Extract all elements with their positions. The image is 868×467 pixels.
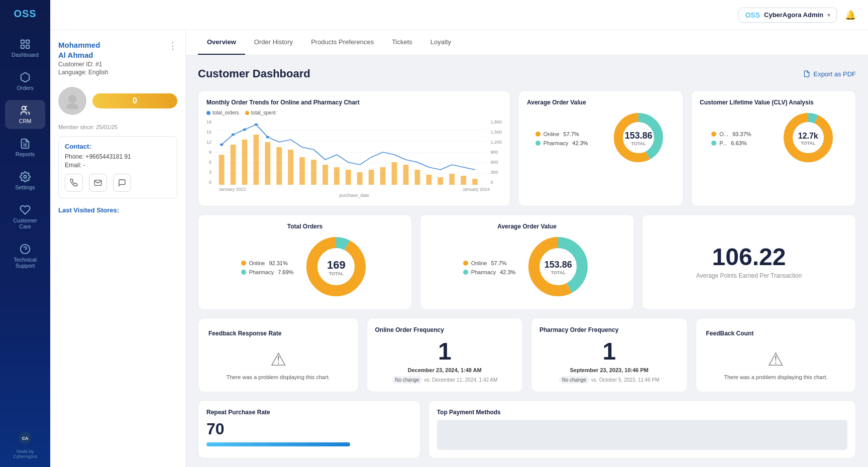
svg-rect-3 <box>26 45 29 48</box>
svg-point-7 <box>24 175 27 178</box>
feedback-count-body: ⚠ There was a problem displaying this ch… <box>724 349 827 380</box>
notification-bell-icon[interactable]: 🔔 <box>845 10 856 21</box>
svg-point-48 <box>266 136 269 139</box>
x-axis-title: purchase_date <box>206 193 502 198</box>
avg-points-card: 106.22 Average Points Earned Per Transac… <box>642 214 856 310</box>
email-action-button[interactable] <box>89 174 107 192</box>
customer-name-line1: Mohammed <box>58 40 108 50</box>
svg-rect-0 <box>21 40 24 43</box>
customer-badge: 0 <box>92 93 177 108</box>
legend-online-top: Online 57.7% <box>535 131 588 137</box>
customer-header: Mohammed Al Ahmad Customer ID: #1 Langua… <box>58 40 177 76</box>
svg-rect-23 <box>242 140 248 185</box>
avg-order-mid-pharmacy: Pharmacy 42.3% <box>463 269 516 275</box>
chat-action-button[interactable] <box>113 174 131 192</box>
feedback-count-card: FeedBack Count ⚠ There was a problem dis… <box>696 318 856 392</box>
more-options-button[interactable]: ⋮ <box>168 40 177 51</box>
feedback-response-title: Feedback Response Rate <box>208 330 281 337</box>
legend-pharmacy-top: Pharmacy 42.3% <box>535 140 588 146</box>
tab-loyalty[interactable]: Loyalty <box>421 30 460 55</box>
sidebar-item-dashboard[interactable]: Dashboard <box>5 34 45 63</box>
feedback-response-card: Feedback Response Rate ⚠ There was a pro… <box>198 318 359 392</box>
pharmacy-freq-change-row: No change vs. October 5, 2023, 11:46 PM <box>559 375 660 384</box>
sidebar-item-crm[interactable]: CRM <box>5 100 45 129</box>
avg-order-value-top-card: Average Order Value Online 57.7% <box>518 90 683 206</box>
svg-point-60 <box>318 249 354 285</box>
svg-rect-37 <box>403 165 409 185</box>
clv-donut-container: O... 93.37% P... 6.63% <box>700 110 847 167</box>
line-chart-svg-container <box>215 120 486 185</box>
avg-order-mid-card: Average Order Value Online 57.7% <box>420 214 634 310</box>
online-freq-vs: vs. December 11, 2024, 1:42 AM <box>424 377 498 383</box>
avg-points-value: 106.22 <box>712 245 786 269</box>
customer-phone: Phone: +9665443181 91 <box>65 153 171 160</box>
tab-products-preferences[interactable]: Products Preferences <box>302 30 383 55</box>
dashboard-title: Customer Dashboard <box>198 67 310 80</box>
repeat-purchase-value: 70 <box>206 420 412 438</box>
member-since: Member since: 25/01/25 <box>58 124 177 130</box>
svg-rect-33 <box>357 172 363 185</box>
sidebar-item-orders[interactable]: Orders <box>5 67 45 96</box>
svg-rect-34 <box>369 170 374 185</box>
tab-tickets[interactable]: Tickets <box>383 30 421 55</box>
avg-order-mid-legend: Online 57.7% Pharmacy 42.3% <box>463 260 516 275</box>
sidebar-item-technical-support[interactable]: Technical Support <box>5 239 45 274</box>
avg-order-mid-donut-container: Online 57.7% Pharmacy 42.3% <box>463 234 591 301</box>
dot-pharmacy-top <box>535 141 540 146</box>
svg-rect-42 <box>461 176 466 185</box>
avg-order-mid-title: Average Order Value <box>497 223 557 230</box>
top-payment-title: Top Payment Methods <box>437 409 847 416</box>
chevron-down-icon: ▾ <box>827 12 830 19</box>
customer-name-line2: Al Ahmad <box>58 50 108 60</box>
svg-rect-28 <box>299 157 305 185</box>
svg-rect-26 <box>276 147 282 185</box>
sidebar-brand-text: Made byCyberAgora <box>13 449 37 459</box>
svg-rect-25 <box>265 142 270 185</box>
svg-rect-40 <box>438 177 443 185</box>
svg-point-52 <box>623 123 654 153</box>
phone-action-button[interactable] <box>65 174 83 192</box>
tab-order-history[interactable]: Order History <box>245 30 302 55</box>
repeat-purchase-title: Repeat Purchase Rate <box>206 409 412 416</box>
repeat-purchase-card: Repeat Purchase Rate 70 <box>198 400 420 458</box>
y-axis-left: 1815129630 <box>206 120 213 185</box>
export-pdf-button[interactable]: Export as PDF <box>803 70 856 78</box>
legend-dot-orders <box>206 111 210 115</box>
user-menu[interactable]: OSS CyberAgora Admin ▾ <box>738 8 837 23</box>
dashboard-area: Overview Order History Products Preferen… <box>186 30 868 467</box>
sidebar-item-reports[interactable]: Reports <box>5 133 45 162</box>
sidebar-logo: OSS <box>14 8 36 20</box>
top-payment-card: Top Payment Methods <box>428 400 856 458</box>
svg-rect-36 <box>392 162 397 185</box>
dot-online-top <box>535 132 540 137</box>
clv-dot-online <box>711 132 716 137</box>
online-freq-card: Online Order Frequency 1 December 23, 20… <box>367 318 523 392</box>
pharmacy-freq-title: Pharmacy Order Frequency <box>539 326 618 333</box>
chart-row-1: Monthly Order Trends for Online and Phar… <box>198 90 856 206</box>
svg-point-45 <box>232 134 235 136</box>
svg-rect-31 <box>334 167 340 185</box>
main-area: OSS CyberAgora Admin ▾ 🔔 Mohammed Al Ahm… <box>50 0 868 467</box>
svg-rect-27 <box>288 150 293 185</box>
svg-rect-35 <box>380 167 386 185</box>
chart-row-2: Total Orders Online 92.31% Ph <box>198 214 856 310</box>
clv-legend-online: O... 93.37% <box>711 131 751 137</box>
pharmacy-freq-value: 1 <box>602 337 616 365</box>
sidebar-item-settings[interactable]: Settings <box>5 166 45 195</box>
total-orders-donut-container: Online 92.31% Pharmacy 7.69% <box>241 234 369 301</box>
sidebar: OSS Dashboard Orders CRM Reports Setting… <box>0 0 50 467</box>
y-axis-right: 1,8001,5001,2009006003000 <box>488 120 502 185</box>
svg-rect-30 <box>322 165 328 185</box>
legend-dot-spent <box>245 111 249 115</box>
chart-row-4: Repeat Purchase Rate 70 Top Payment Meth… <box>198 400 856 458</box>
online-freq-title: Online Order Frequency <box>375 326 444 333</box>
svg-point-13 <box>66 103 78 109</box>
topbar: OSS CyberAgora Admin ▾ 🔔 <box>50 0 868 30</box>
svg-rect-38 <box>415 170 420 185</box>
contact-title: Contact: <box>65 143 171 150</box>
total-orders-card: Total Orders Online 92.31% Ph <box>198 214 412 310</box>
sidebar-item-customer-care[interactable]: Customer Care <box>5 199 45 235</box>
last-stores-title: Last Visited Stores: <box>58 206 177 214</box>
tab-overview[interactable]: Overview <box>198 30 245 55</box>
avg-points-label: Average Points Earned Per Transaction <box>696 272 802 279</box>
